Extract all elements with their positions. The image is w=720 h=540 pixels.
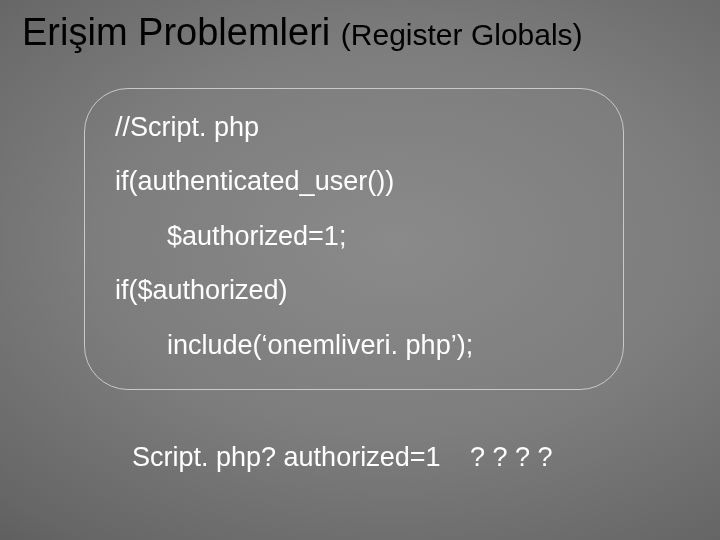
footer-line: Script. php? authorized=1 ? ? ? ? [132,442,553,473]
title-sub: (Register Globals) [341,18,583,51]
slide-title: Erişim Problemleri (Register Globals) [22,12,700,54]
footer-question-marks: ? ? ? ? [470,442,553,473]
code-line: include(‘onemliveri. php’); [115,329,593,361]
code-line: if($authorized) [115,274,593,306]
footer-text: Script. php? authorized=1 [132,442,440,472]
code-line: if(authenticated_user()) [115,165,593,197]
code-line: $authorized=1; [115,220,593,252]
code-box: //Script. php if(authenticated_user()) $… [84,88,624,390]
slide: Erişim Problemleri (Register Globals) //… [0,0,720,540]
title-main: Erişim Problemleri [22,11,330,53]
code-line: //Script. php [115,111,593,143]
